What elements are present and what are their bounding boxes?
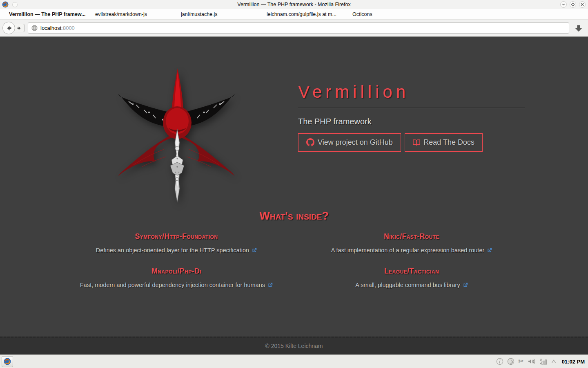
tab-gulpfile[interactable]: leichnam.com/gulpfile.js at m...: [267, 11, 336, 17]
window-titlebar: Vermillion — The PHP framework - Mozilla…: [0, 0, 588, 9]
read-docs-button[interactable]: Read The Docs: [405, 133, 483, 152]
hero-buttons: View project on GitHub Read The Docs: [298, 133, 529, 152]
firefox-icon: [4, 358, 11, 365]
vermillion-dragon-logo: [117, 63, 236, 204]
external-link-icon[interactable]: [487, 248, 492, 253]
external-link-icon[interactable]: [252, 248, 257, 253]
package-name: League/Tactician: [294, 267, 529, 276]
window-controls: [560, 1, 586, 8]
tab-markdown-js[interactable]: evilstreak/markdown-js: [95, 11, 147, 17]
package-name: Nikic/Fast-Route: [294, 232, 529, 241]
package-name: Symfony/Http-Foundation: [59, 232, 294, 241]
view-github-button[interactable]: View project on GitHub: [298, 133, 401, 152]
taskbar: ✂ 01:02 PM: [0, 355, 588, 368]
package-symfony-http-foundation: Symfony/Http-Foundation Defines an objec…: [59, 232, 294, 254]
back-arrow-icon: [5, 25, 13, 32]
network-signal-icon[interactable]: [539, 358, 547, 365]
package-mnapoli-php-di: Mnapoli/Php-Di Fast, modern and powerful…: [59, 267, 294, 288]
globe-icon: [31, 25, 38, 31]
download-button[interactable]: [572, 22, 586, 34]
tab-vermillion[interactable]: Vermillion — The PHP framew...: [9, 11, 86, 17]
tray-expander-icon[interactable]: [551, 359, 557, 364]
forward-button[interactable]: [14, 24, 24, 32]
package-description: A fast implementation of a regular expre…: [294, 247, 529, 254]
external-link-icon[interactable]: [267, 283, 273, 288]
firefox-tray-icon[interactable]: [507, 358, 514, 365]
clipboard-scissors-icon[interactable]: ✂: [518, 358, 523, 365]
forward-arrow-icon: [16, 25, 22, 31]
taskbar-firefox-button[interactable]: [2, 356, 13, 367]
info-icon[interactable]: [496, 358, 503, 365]
close-icon[interactable]: [579, 1, 586, 8]
github-octocat-icon: [306, 138, 314, 146]
page-footer: © 2015 Kilte Leichnam: [0, 337, 588, 355]
package-nikic-fast-route: Nikic/Fast-Route A fast implementation o…: [294, 232, 529, 254]
system-tray: ✂ 01:02 PM: [496, 358, 585, 365]
packages-row-2: Mnapoli/Php-Di Fast, modern and powerful…: [59, 267, 529, 288]
tab-bar: Vermillion — The PHP framew... evilstrea…: [0, 9, 588, 20]
window-title: Vermillion — The PHP framework - Mozilla…: [0, 2, 588, 7]
page-title: Vermillion: [298, 82, 529, 102]
hero-section: Vermillion The PHP framework View projec…: [59, 63, 529, 204]
back-button[interactable]: [2, 22, 15, 34]
hero-text-column: Vermillion The PHP framework View projec…: [294, 63, 529, 204]
packages-grid: Symfony/Http-Foundation Defines an objec…: [59, 232, 529, 302]
packages-row-1: Symfony/Http-Foundation Defines an objec…: [59, 232, 529, 254]
copyright-text: © 2015 Kilte Leichnam: [265, 343, 323, 349]
package-description: Fast, modern and powerful dependency inj…: [59, 282, 294, 288]
title-divider: [298, 108, 525, 108]
download-arrow-icon: [575, 24, 583, 32]
navigation-toolbar: localhost:8000: [0, 20, 588, 37]
package-description: A small, pluggable command bus library: [294, 282, 529, 288]
page-subtitle: The PHP framework: [298, 117, 529, 126]
url-text: localhost:8000: [40, 25, 75, 31]
section-heading: What's inside?: [0, 210, 588, 222]
package-name: Mnapoli/Php-Di: [59, 267, 294, 276]
tab-octicons[interactable]: Octicons: [352, 11, 372, 17]
package-league-tactician: League/Tactician A small, pluggable comm…: [294, 267, 529, 288]
hero-logo-column: [59, 63, 294, 204]
taskbar-clock: 01:02 PM: [562, 359, 585, 365]
volume-icon[interactable]: [528, 358, 535, 365]
book-icon: [413, 139, 420, 146]
url-bar[interactable]: localhost:8000: [28, 22, 569, 34]
minimize-icon[interactable]: [560, 1, 567, 8]
tab-mustache-js[interactable]: janl/mustache.js: [181, 11, 218, 17]
external-link-icon[interactable]: [463, 283, 468, 288]
package-description: Defines an object-oriented layer for the…: [59, 247, 294, 254]
maximize-icon[interactable]: [570, 1, 576, 8]
page-content: Vermillion The PHP framework View projec…: [0, 37, 588, 355]
